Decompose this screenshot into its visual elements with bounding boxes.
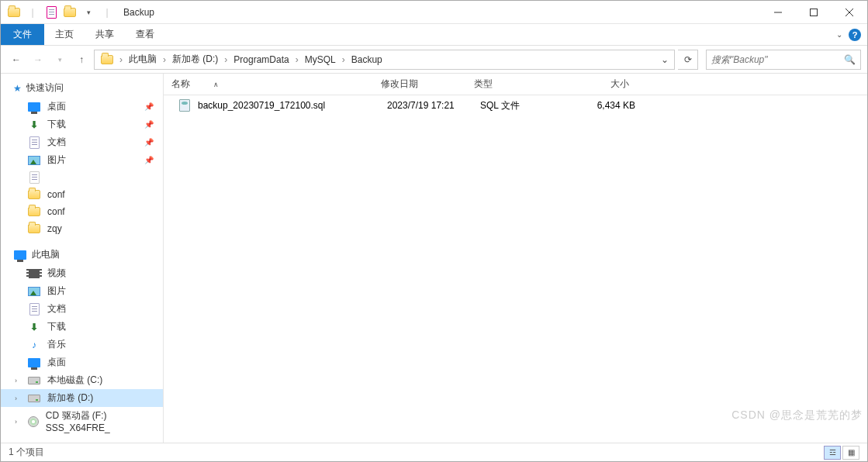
pc-icon: [13, 249, 27, 261]
sidebar-pc-item[interactable]: › 新加卷 (D:): [1, 389, 163, 407]
forward-button[interactable]: →: [29, 50, 47, 69]
sidebar-pc-item[interactable]: 图片: [1, 282, 163, 300]
sidebar-pc-item[interactable]: ⬇ 下载: [1, 318, 163, 336]
desktop-icon: [27, 101, 41, 113]
file-size: 6,434 KB: [558, 100, 643, 111]
refresh-button[interactable]: ⟳: [678, 50, 698, 70]
chevron-right-icon[interactable]: ›: [118, 54, 124, 65]
sidebar-quick-item[interactable]: 图片 📌: [1, 151, 163, 169]
sidebar-quick-item[interactable]: conf: [1, 186, 163, 203]
chevron-right-icon[interactable]: ›: [294, 54, 300, 65]
sidebar-item-label: 视频: [47, 267, 66, 280]
music-icon: ♪: [27, 339, 41, 351]
sidebar-item-label: 下载: [47, 320, 66, 333]
sidebar-pc-item[interactable]: › CD 驱动器 (F:) SSS_X64FRE_: [1, 407, 163, 436]
tab-share[interactable]: 共享: [85, 24, 125, 45]
file-name: backup_20230719_172100.sql: [198, 100, 325, 111]
navigation-pane[interactable]: ★ 快速访问 桌面 📌⬇ 下载 📌 文档 📌 图片 📌 conf conf zq…: [1, 74, 164, 443]
this-pc-group[interactable]: 此电脑: [1, 245, 163, 264]
main-area: ★ 快速访问 桌面 📌⬇ 下载 📌 文档 📌 图片 📌 conf conf zq…: [1, 74, 867, 443]
sidebar-item-label: 桌面: [47, 100, 66, 113]
folder-icon: [27, 222, 41, 235]
sidebar-pc-item[interactable]: ♪ 音乐: [1, 336, 163, 353]
breadcrumb-item[interactable]: 新加卷 (D:): [168, 50, 223, 69]
sidebar-pc-item[interactable]: › 本地磁盘 (C:): [1, 371, 163, 389]
quick-access-group[interactable]: ★ 快速访问: [1, 78, 163, 98]
doc-icon: [27, 303, 41, 315]
sidebar-quick-item[interactable]: conf: [1, 203, 163, 220]
expand-icon[interactable]: ›: [15, 395, 17, 402]
sidebar-item-label: conf: [47, 206, 65, 217]
sidebar-quick-item[interactable]: zqy: [1, 220, 163, 237]
file-modified: 2023/7/19 17:21: [379, 100, 472, 111]
properties-icon[interactable]: [43, 4, 60, 21]
search-box[interactable]: 🔍: [706, 50, 861, 70]
address-dropdown-icon[interactable]: ⌄: [657, 54, 673, 65]
tab-view[interactable]: 查看: [125, 24, 165, 45]
expand-icon[interactable]: ›: [15, 418, 17, 426]
download-icon: ⬇: [27, 321, 41, 333]
expand-icon[interactable]: ›: [15, 377, 17, 384]
download-icon: ⬇: [27, 119, 41, 131]
up-button[interactable]: ↑: [72, 50, 91, 69]
minimize-button[interactable]: [760, 1, 796, 24]
column-name[interactable]: 名称 ∧: [164, 78, 373, 91]
details-view-button[interactable]: ☲: [824, 446, 841, 460]
pin-icon: 📌: [144, 138, 154, 147]
file-row[interactable]: backup_20230719_172100.sql 2023/7/19 17:…: [164, 95, 867, 116]
sidebar-quick-item[interactable]: [1, 169, 163, 186]
blank-icon: [27, 171, 41, 184]
sidebar-item-label: 图片: [47, 153, 66, 167]
column-modified[interactable]: 修改日期: [373, 78, 466, 91]
sidebar-pc-item[interactable]: 文档: [1, 300, 163, 318]
new-folder-icon[interactable]: [61, 4, 78, 21]
sidebar-quick-item[interactable]: 文档 📌: [1, 133, 163, 151]
window-title: Backup: [123, 7, 154, 18]
chevron-right-icon[interactable]: ›: [341, 54, 347, 65]
history-dropdown-icon[interactable]: ▾: [50, 50, 69, 69]
search-input[interactable]: [711, 54, 844, 65]
chevron-right-icon[interactable]: ›: [161, 54, 168, 65]
address-bar[interactable]: › 此电脑 › 新加卷 (D:) › ProgramData › MySQL ›…: [94, 50, 675, 70]
sidebar-pc-item[interactable]: 视频: [1, 264, 163, 282]
back-button[interactable]: ←: [7, 50, 26, 69]
help-icon[interactable]: ?: [849, 29, 861, 41]
sidebar-quick-item[interactable]: 桌面 📌: [1, 98, 163, 116]
maximize-button[interactable]: [796, 1, 832, 24]
qat-dropdown-icon[interactable]: ▾: [80, 4, 97, 21]
sidebar-item-label: conf: [47, 189, 65, 200]
sidebar-item-label: 本地磁盘 (C:): [47, 374, 102, 387]
sort-asc-icon: ∧: [213, 81, 219, 88]
qat-separator: |: [24, 4, 41, 21]
thumbnails-view-button[interactable]: ▦: [842, 446, 859, 460]
sidebar-item-label: CD 驱动器 (F:) SSS_X64FRE_: [46, 409, 158, 433]
status-bar: 1 个项目 ☲ ▦: [1, 443, 867, 461]
sidebar-item-label: 文档: [47, 302, 66, 315]
breadcrumb-item[interactable]: MySQL: [300, 50, 341, 69]
video-icon: [27, 267, 41, 280]
breadcrumb-root-icon[interactable]: [96, 50, 118, 69]
tab-home[interactable]: 主页: [44, 24, 85, 45]
breadcrumb-item[interactable]: Backup: [347, 50, 387, 69]
file-tab[interactable]: 文件: [1, 24, 44, 45]
pin-icon: 📌: [144, 156, 154, 164]
quick-access-label: 快速访问: [26, 81, 64, 95]
sidebar-item-label: 图片: [47, 284, 66, 298]
sidebar-quick-item[interactable]: ⬇ 下载 📌: [1, 116, 163, 133]
sidebar-item-label: zqy: [47, 223, 62, 234]
sidebar-item-label: 新加卷 (D:): [47, 391, 93, 405]
close-button[interactable]: [832, 1, 867, 24]
breadcrumb-item[interactable]: ProgramData: [229, 50, 293, 69]
pic-icon: [27, 285, 41, 298]
sidebar-pc-item[interactable]: 桌面: [1, 353, 163, 371]
column-size[interactable]: 大小: [552, 78, 637, 91]
qat-separator: |: [99, 4, 116, 21]
chevron-right-icon[interactable]: ›: [223, 54, 229, 65]
search-icon[interactable]: 🔍: [844, 54, 856, 65]
cd-icon: [27, 415, 40, 428]
ribbon-expand-icon[interactable]: ⌄: [836, 30, 842, 39]
breadcrumb-item[interactable]: 此电脑: [124, 50, 161, 69]
pic-icon: [27, 154, 41, 167]
doc-icon: [27, 136, 41, 149]
column-type[interactable]: 类型: [466, 78, 552, 91]
